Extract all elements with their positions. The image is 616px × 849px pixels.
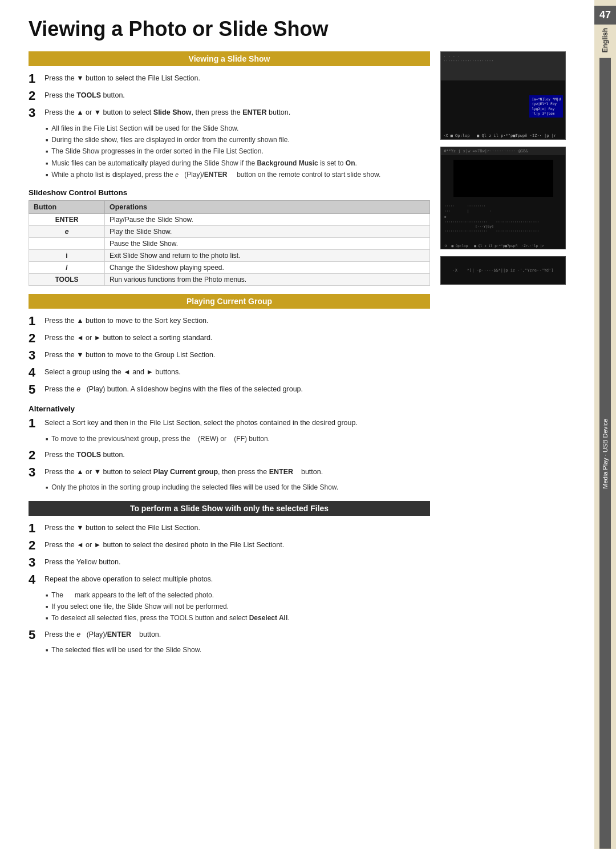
sf-bullet-5-1: The selected files will be used for the … bbox=[46, 645, 430, 655]
alt-bullet-1: To move to the previous/next group, pres… bbox=[46, 434, 430, 444]
step-pcg-2-text: Press the ◄ or ► button to select a sort… bbox=[44, 331, 212, 343]
step-sf-4-text: Repeat the above operation to select mul… bbox=[44, 573, 213, 585]
table-row: Pause the Slide Show. bbox=[29, 237, 430, 249]
sidebar-english: English bbox=[601, 28, 609, 52]
op-enter: Play/Pause the Slide Show. bbox=[105, 213, 430, 225]
screenshot-2: #**Yz j x|w =>78w|r············@G8& ····… bbox=[440, 147, 566, 249]
main-content: Viewing a Photo or Slide Show Viewing a … bbox=[0, 0, 594, 849]
vss-bullets: All files in the File List Section will … bbox=[46, 124, 430, 180]
step-pcg-3-text: Press the ▼ button to move to the Group … bbox=[44, 349, 215, 361]
left-col: Viewing a Slide Show 1 Press the ▼ butto… bbox=[29, 51, 430, 663]
right-sidebar: 47 English Media Play · USB Device bbox=[594, 0, 616, 849]
op-i: Exit Slide Show and return to the photo … bbox=[105, 249, 430, 261]
step-vss-2-number: 2 bbox=[29, 89, 44, 103]
selected-files-header: To perform a Slide Show with only the se… bbox=[29, 501, 430, 516]
slideshow-control-section: Slideshow Control Buttons Button Operati… bbox=[29, 188, 430, 286]
table-row: i Exit Slide Show and return to the phot… bbox=[29, 249, 430, 261]
ss2-label: #**Yz j x|w =>78w|r············@G8& bbox=[444, 149, 528, 153]
step-pcg-4-number: 4 bbox=[29, 366, 44, 379]
two-col-layout: Viewing a Slide Show 1 Press the ▼ butto… bbox=[29, 51, 577, 663]
step-alt-3-text: Press the ▲ or ▼ button to select Play C… bbox=[44, 466, 323, 478]
col-operations: Operations bbox=[105, 200, 430, 213]
sf-bullets-5: The selected files will be used for the … bbox=[46, 645, 430, 655]
step-sf-2-text: Press the ◄ or ► button to select the de… bbox=[44, 539, 284, 551]
btn-enter: ENTER bbox=[29, 213, 105, 225]
vss-bullet-2: During the slide show, files are display… bbox=[46, 135, 430, 145]
ss2-text4: ····················· ··················… bbox=[444, 220, 562, 224]
step-pcg-4: 4 Select a group using the ◄ and ► butto… bbox=[29, 366, 430, 379]
step-alt-2: 2 Press the TOOLS button. bbox=[29, 448, 430, 462]
playing-current-group-header: Playing Current Group bbox=[29, 294, 430, 309]
op-tools: Run various functions from the Photo men… bbox=[105, 273, 430, 285]
step-pcg-2: 2 Press the ◄ or ► button to select a so… bbox=[29, 331, 430, 345]
step-sf-5: 5 Press the e (Play)/ENTER button. bbox=[29, 628, 430, 642]
right-col: · · · · ····················· [a+*N]loy … bbox=[440, 51, 577, 663]
table-row: / Change the Slideshow playing speed. bbox=[29, 261, 430, 273]
step-sf-5-text: Press the e (Play)/ENTER button. bbox=[44, 628, 161, 640]
step-sf-1-number: 1 bbox=[29, 521, 44, 535]
slideshow-control-title: Slideshow Control Buttons bbox=[29, 188, 430, 197]
step-sf-2: 2 Press the ◄ or ► button to select the … bbox=[29, 539, 430, 552]
op-e: Play the Slide Show. bbox=[105, 225, 430, 237]
col-button: Button bbox=[29, 200, 105, 213]
alternatively-section: Alternatively 1 Select a Sort key and th… bbox=[29, 405, 430, 492]
step-alt-1-number: 1 bbox=[29, 417, 44, 430]
step-alt-1-text: Select a Sort key and then in the File L… bbox=[44, 417, 358, 428]
step-sf-3-text: Press the Yellow button. bbox=[44, 556, 120, 568]
op-slash: Change the Slideshow playing speed. bbox=[105, 261, 430, 273]
ss2-text2: ··· | · bbox=[444, 209, 562, 213]
step-pcg-2-number: 2 bbox=[29, 331, 44, 345]
ss1-overlay: [a+*N]loy *M|d (yz|El*l Foy lyg2|o| Foy … bbox=[529, 95, 563, 118]
step-vss-2: 2 Press the TOOLS button. bbox=[29, 89, 430, 103]
viewing-slide-show-section: Viewing a Slide Show 1 Press the ▼ butto… bbox=[29, 51, 430, 180]
step-vss-3: 3 Press the ▲ or ▼ button to select Slid… bbox=[29, 106, 430, 120]
step-alt-1: 1 Select a Sort key and then in the File… bbox=[29, 417, 430, 430]
ss2-text5: [···Y|6y] bbox=[444, 224, 562, 229]
step-pcg-1: 1 Press the ▲ button to move to the Sort… bbox=[29, 314, 430, 328]
btn-tools: TOOLS bbox=[29, 273, 105, 285]
ss2-info: ····· ········· ··· | · ■ ··············… bbox=[441, 201, 565, 235]
btn-e: e bbox=[29, 225, 105, 237]
step-pcg-3: 3 Press the ▼ button to move to the Grou… bbox=[29, 349, 430, 362]
step-vss-1: 1 Press the ▼ button to select the File … bbox=[29, 72, 430, 86]
page-number: 47 bbox=[594, 6, 616, 25]
control-table: Button Operations ENTER Play/Pause the S… bbox=[29, 200, 430, 286]
step-sf-4-number: 4 bbox=[29, 573, 44, 587]
step-sf-4: 4 Repeat the above operation to select m… bbox=[29, 573, 430, 587]
step-alt-2-number: 2 bbox=[29, 448, 44, 462]
table-row: TOOLS Run various functions from the Pho… bbox=[29, 273, 430, 285]
vss-bullet-4: Music files can be automatically played … bbox=[46, 159, 430, 168]
alt-bullets-3: Only the photos in the sorting group inc… bbox=[46, 483, 430, 492]
step-vss-3-number: 3 bbox=[29, 106, 44, 120]
op-pause: Pause the Slide Show. bbox=[105, 237, 430, 249]
viewing-slide-show-header: Viewing a Slide Show bbox=[29, 51, 430, 66]
step-alt-2-text: Press the TOOLS button. bbox=[44, 448, 125, 460]
ss2-top: #**Yz j x|w =>78w|r············@G8& bbox=[441, 147, 565, 155]
ss2-text6: ····················· ··················… bbox=[444, 229, 562, 233]
ss1-dots: · · · · ····················· bbox=[443, 54, 494, 63]
step-sf-5-number: 5 bbox=[29, 628, 44, 642]
screenshot-1: · · · · ····················· [a+*N]loy … bbox=[440, 51, 566, 140]
step-vss-1-number: 1 bbox=[29, 72, 44, 86]
ss2-text3: ■ bbox=[444, 215, 562, 219]
ss2-bar: ·X ■ Op:lop ■ Ql z il p·*"p■7pwpñ ·Zr-·'… bbox=[441, 242, 565, 249]
control-table-header-row: Button Operations bbox=[29, 200, 430, 213]
btn-pause bbox=[29, 237, 105, 249]
vss-bullet-3: The Slide Show progresses in the order s… bbox=[46, 147, 430, 156]
step-vss-2-text: Press the TOOLS button. bbox=[44, 89, 125, 101]
sidebar-media-play: Media Play · USB Device bbox=[599, 58, 611, 849]
sf-bullet-4-3: To deselect all selected files, press th… bbox=[46, 613, 430, 623]
alt-bullet-3: Only the photos in the sorting group inc… bbox=[46, 483, 430, 492]
step-sf-1: 1 Press the ▼ button to select the File … bbox=[29, 521, 430, 535]
btn-slash: / bbox=[29, 261, 105, 273]
step-pcg-4-text: Select a group using the ◄ and ► buttons… bbox=[44, 366, 181, 378]
sf-bullet-4-1: The mark appears to the left of the sele… bbox=[46, 591, 430, 600]
selected-files-section: To perform a Slide Show with only the se… bbox=[29, 501, 430, 656]
alt-bullets-1: To move to the previous/next group, pres… bbox=[46, 434, 430, 444]
step-pcg-5-number: 5 bbox=[29, 383, 44, 397]
step-pcg-1-number: 1 bbox=[29, 314, 44, 328]
step-alt-3: 3 Press the ▲ or ▼ button to select Play… bbox=[29, 466, 430, 479]
step-vss-3-text: Press the ▲ or ▼ button to select Slide … bbox=[44, 106, 290, 118]
ss1-bar: ·X ■ Op:lop ■ Ql z il p·*"p■Tpwpñ ·IZ·· … bbox=[441, 132, 565, 139]
step-pcg-1-text: Press the ▲ button to move to the Sort k… bbox=[44, 314, 209, 326]
